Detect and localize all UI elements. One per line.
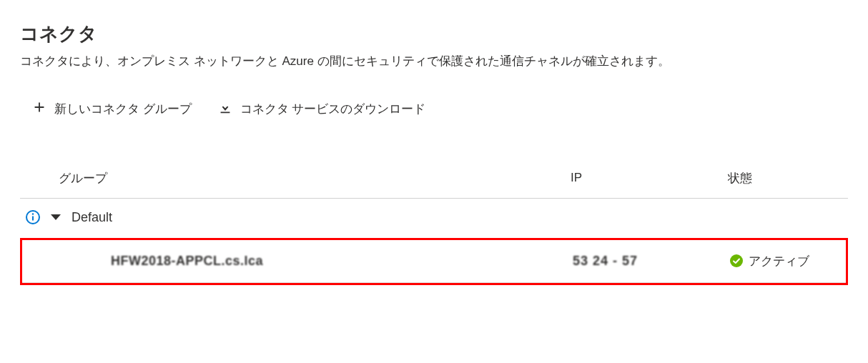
connector-status-label: アクティブ — [749, 253, 809, 269]
download-connector-label: コネクタ サービスのダウンロード — [240, 101, 426, 117]
plus-icon — [31, 99, 47, 119]
info-icon[interactable] — [26, 210, 40, 224]
connector-ip: 53 24 - 57 — [573, 254, 730, 269]
page-title: コネクタ — [20, 21, 848, 46]
column-header-status[interactable]: 状態 — [728, 170, 848, 187]
new-connector-group-label: 新しいコネクタ グループ — [54, 101, 192, 117]
table-header: グループ IP 状態 — [20, 161, 848, 199]
group-name: Default — [71, 210, 112, 225]
connector-status: アクティブ — [730, 253, 846, 269]
download-connector-button[interactable]: コネクタ サービスのダウンロード — [217, 99, 426, 119]
connector-row-highlight: HFW2018-APPCL.cs.lca 53 24 - 57 アクティブ — [20, 238, 848, 285]
new-connector-group-button[interactable]: 新しいコネクタ グループ — [31, 99, 192, 119]
svg-point-2 — [32, 213, 34, 214]
group-row[interactable]: Default — [20, 199, 848, 237]
page-description: コネクタにより、オンプレミス ネットワークと Azure の間にセキュリティで保… — [20, 52, 848, 71]
column-header-ip[interactable]: IP — [571, 171, 728, 185]
checkmark-circle-icon — [730, 254, 743, 267]
chevron-down-icon[interactable] — [50, 212, 61, 223]
connector-row[interactable]: HFW2018-APPCL.cs.lca 53 24 - 57 アクティブ — [22, 240, 846, 283]
column-header-group[interactable]: グループ — [20, 170, 571, 187]
svg-rect-1 — [32, 217, 34, 221]
connector-name: HFW2018-APPCL.cs.lca — [22, 254, 573, 269]
toolbar: 新しいコネクタ グループ コネクタ サービスのダウンロード — [20, 99, 848, 119]
svg-point-3 — [730, 254, 743, 267]
download-icon — [217, 99, 233, 119]
